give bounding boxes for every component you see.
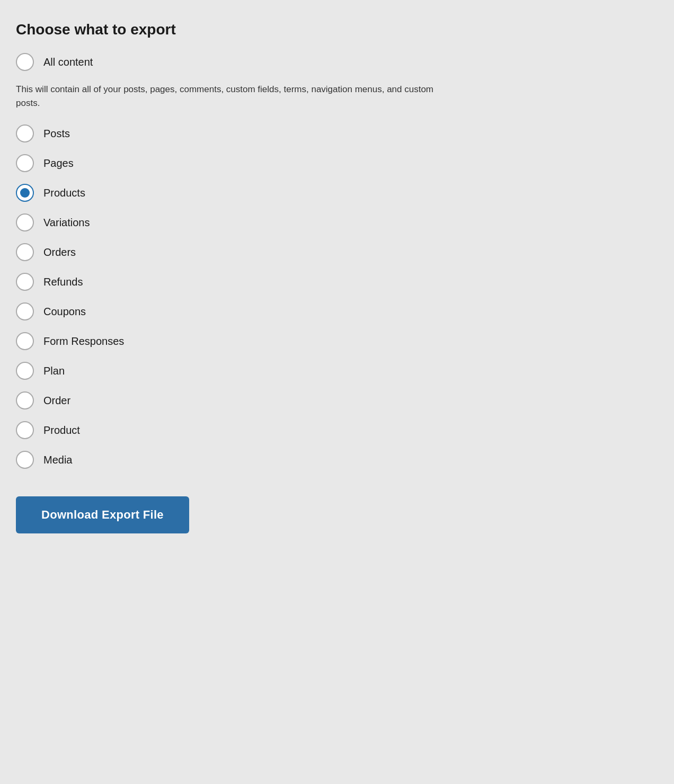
radio-label-form-responses: Form Responses xyxy=(43,335,124,348)
radio-circle-media xyxy=(16,451,34,469)
radio-option-product[interactable]: Product xyxy=(16,421,658,439)
radio-option-coupons[interactable]: Coupons xyxy=(16,302,658,320)
radio-option-order[interactable]: Order xyxy=(16,391,658,409)
radio-circle-orders xyxy=(16,243,34,261)
radio-circle-coupons xyxy=(16,302,34,320)
radio-option-pages[interactable]: Pages xyxy=(16,154,658,172)
radio-option-orders[interactable]: Orders xyxy=(16,243,658,261)
radio-option-media[interactable]: Media xyxy=(16,451,658,469)
radio-label-plan: Plan xyxy=(43,365,65,377)
page-title: Choose what to export xyxy=(16,21,658,38)
radio-option-products[interactable]: Products xyxy=(16,184,658,202)
radio-circle-pages xyxy=(16,154,34,172)
radio-label-media: Media xyxy=(43,454,72,466)
radio-option-all-content[interactable]: All content xyxy=(16,53,658,71)
radio-circle-plan xyxy=(16,362,34,380)
radio-label-coupons: Coupons xyxy=(43,306,86,318)
radio-circle-form-responses xyxy=(16,332,34,350)
radio-label-products: Products xyxy=(43,187,85,199)
radio-circle-posts xyxy=(16,124,34,142)
radio-circle-products xyxy=(16,184,34,202)
radio-label-all-content: All content xyxy=(43,56,93,68)
radio-label-pages: Pages xyxy=(43,157,74,170)
radio-option-posts[interactable]: Posts xyxy=(16,124,658,142)
radio-label-product: Product xyxy=(43,424,80,436)
radio-label-posts: Posts xyxy=(43,128,70,140)
radio-label-order: Order xyxy=(43,395,70,407)
radio-circle-variations xyxy=(16,213,34,231)
all-content-description: This will contain all of your posts, pag… xyxy=(16,83,450,110)
radio-circle-all-content xyxy=(16,53,34,71)
radio-circle-product xyxy=(16,421,34,439)
radio-circle-refunds xyxy=(16,273,34,291)
radio-label-orders: Orders xyxy=(43,246,76,259)
download-export-button[interactable]: Download Export File xyxy=(16,496,189,533)
radio-circle-order xyxy=(16,391,34,409)
radio-option-form-responses[interactable]: Form Responses xyxy=(16,332,658,350)
radio-label-variations: Variations xyxy=(43,217,90,229)
radio-option-variations[interactable]: Variations xyxy=(16,213,658,231)
radio-option-plan[interactable]: Plan xyxy=(16,362,658,380)
radio-option-refunds[interactable]: Refunds xyxy=(16,273,658,291)
radio-label-refunds: Refunds xyxy=(43,276,83,288)
